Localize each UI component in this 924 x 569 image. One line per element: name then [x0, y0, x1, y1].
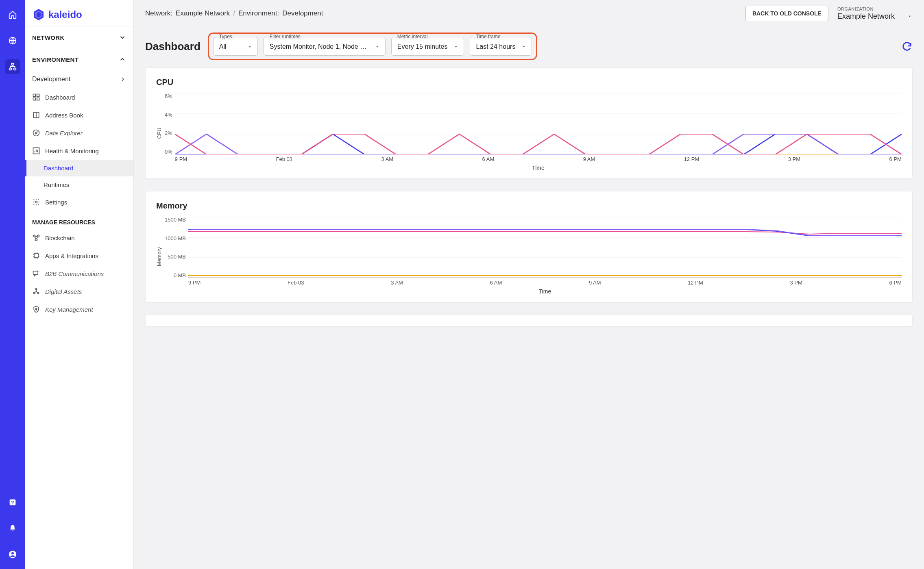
- page-title: Dashboard: [145, 40, 200, 53]
- sidebar-item-label: Digital Assets: [45, 288, 82, 295]
- svg-point-15: [35, 201, 37, 203]
- types-label: Types: [218, 34, 234, 39]
- svg-rect-1: [11, 63, 14, 65]
- shield-icon: [32, 305, 40, 313]
- svg-point-13: [33, 130, 39, 136]
- svg-point-18: [35, 239, 37, 241]
- svg-text:?: ?: [11, 500, 14, 506]
- sidebar-item-label: Data Explorer: [45, 130, 83, 137]
- sidebar-blockchain[interactable]: Blockchain: [25, 229, 133, 247]
- rail-help[interactable]: ?: [5, 495, 20, 510]
- sidebar-key-management[interactable]: Key Management: [25, 300, 133, 318]
- sidebar-hm-settings[interactable]: Settings: [25, 193, 133, 211]
- sidebar-item-label: Health & Monitoring: [45, 148, 99, 154]
- svg-rect-9: [37, 94, 39, 97]
- svg-rect-10: [33, 98, 36, 100]
- svg-point-24: [35, 308, 37, 310]
- cpu-y-ticks: 6%4%2%0%: [165, 93, 175, 154]
- sidebar-digital-assets[interactable]: Digital Assets: [25, 282, 133, 300]
- breadcrumb-network[interactable]: Example Network: [176, 9, 230, 17]
- caret-down-icon: [247, 44, 253, 50]
- network-icon: [8, 62, 17, 71]
- rail-user[interactable]: [5, 547, 20, 562]
- runtimes-select[interactable]: Filter runtimes System Monitor, Node 1, …: [264, 37, 386, 56]
- sidebar-health-monitoring[interactable]: Health & Monitoring: [25, 142, 133, 160]
- sidebar-address-book[interactable]: Address Book: [25, 106, 133, 124]
- chevron-up-icon: [119, 56, 126, 63]
- dashboard-icon: [32, 93, 40, 101]
- timeframe-value: Last 24 hours: [476, 43, 515, 50]
- interval-select[interactable]: Metric interval Every 15 minutes: [391, 37, 464, 56]
- rail-notifications[interactable]: [5, 521, 20, 536]
- svg-rect-2: [9, 68, 11, 70]
- book-icon: [32, 111, 40, 119]
- chip-icon: [32, 252, 40, 260]
- left-rail: ?: [0, 0, 25, 569]
- rail-globe[interactable]: [5, 33, 20, 48]
- chart-bar-icon: [32, 147, 40, 155]
- rail-home[interactable]: [5, 7, 20, 22]
- breadcrumb-env[interactable]: Development: [282, 9, 323, 17]
- header-row: Dashboard Types All Filter runtimes Syst…: [134, 21, 924, 67]
- rail-network[interactable]: [5, 59, 20, 74]
- env-development-item[interactable]: Development: [25, 70, 133, 88]
- org-label: ORGANIZATION: [837, 7, 913, 11]
- svg-rect-19: [34, 254, 38, 258]
- sidebar-item-label: Runtimes: [44, 181, 69, 188]
- breadcrumb-separator: /: [233, 9, 235, 17]
- memory-y-ticks: 1500 MB1000 MB500 MB0 MB: [165, 217, 188, 278]
- network-section-label: NETWORK: [32, 34, 65, 41]
- caret-down-icon: [907, 13, 913, 19]
- logo-icon: [32, 8, 45, 21]
- sidebar: kaleido NETWORK ENVIRONMENT Development …: [25, 0, 134, 569]
- cpu-y-label: CPU: [156, 128, 162, 139]
- user-icon: [8, 550, 17, 559]
- org-value: Example Network: [837, 12, 895, 21]
- memory-y-label: Memory: [156, 247, 162, 266]
- env-name: Development: [32, 76, 70, 83]
- network-section-toggle[interactable]: NETWORK: [25, 26, 133, 48]
- caret-down-icon: [453, 44, 459, 50]
- chevron-right-icon: [120, 75, 126, 83]
- org-icon: [32, 287, 40, 295]
- timeframe-select[interactable]: Time frame Last 24 hours: [470, 37, 532, 56]
- home-icon: [8, 10, 17, 19]
- caret-down-icon: [521, 44, 527, 50]
- logo[interactable]: kaleido: [25, 0, 133, 26]
- runtimes-label: Filter runtimes: [268, 34, 302, 39]
- breadcrumb: Network: Example Network / Environment: …: [145, 9, 323, 17]
- compass-icon: [32, 129, 40, 137]
- types-select[interactable]: Types All: [213, 37, 258, 56]
- cpu-card: CPU CPU 6%4%2%0% 9 PMFeb 033 AM6 AM9 AM1…: [145, 67, 913, 179]
- chat-icon: [32, 269, 40, 278]
- svg-point-21: [35, 289, 37, 290]
- caret-down-icon: [375, 44, 380, 50]
- manage-resources-heading: MANAGE RESOURCES: [25, 211, 133, 229]
- sidebar-item-label: Apps & Integrations: [45, 252, 98, 259]
- bell-icon: [8, 524, 17, 533]
- sidebar-b2b[interactable]: B2B Communications: [25, 265, 133, 282]
- memory-x-ticks: 9 PMFeb 033 AM6 AM9 AM12 PM3 PM6 PM: [188, 278, 902, 287]
- refresh-button[interactable]: [901, 41, 913, 52]
- svg-point-17: [37, 235, 39, 237]
- timeframe-label: Time frame: [474, 34, 502, 39]
- cpu-x-ticks: 9 PMFeb 033 AM6 AM9 AM12 PM3 PM6 PM: [175, 154, 902, 164]
- sidebar-hm-dashboard[interactable]: Dashboard: [25, 160, 133, 176]
- chevron-down-icon: [119, 34, 126, 41]
- sidebar-hm-runtimes[interactable]: Runtimes: [25, 176, 133, 193]
- organization-selector[interactable]: ORGANIZATION Example Network: [837, 7, 913, 21]
- refresh-icon: [901, 41, 913, 52]
- sidebar-dashboard[interactable]: Dashboard: [25, 88, 133, 106]
- next-card-peek: [145, 315, 913, 327]
- sidebar-item-label: Key Management: [45, 306, 93, 313]
- back-to-old-console-button[interactable]: BACK TO OLD CONSOLE: [745, 6, 828, 21]
- cpu-chart: [175, 93, 902, 154]
- svg-point-16: [33, 235, 35, 237]
- svg-rect-3: [13, 68, 16, 70]
- environment-section-toggle[interactable]: ENVIRONMENT: [25, 48, 133, 70]
- sidebar-data-explorer[interactable]: Data Explorer: [25, 124, 133, 142]
- filter-highlight-box: Types All Filter runtimes System Monitor…: [208, 33, 538, 60]
- memory-card: Memory Memory 1500 MB1000 MB500 MB0 MB 9…: [145, 191, 913, 302]
- sidebar-apps[interactable]: Apps & Integrations: [25, 247, 133, 265]
- svg-point-7: [11, 552, 14, 554]
